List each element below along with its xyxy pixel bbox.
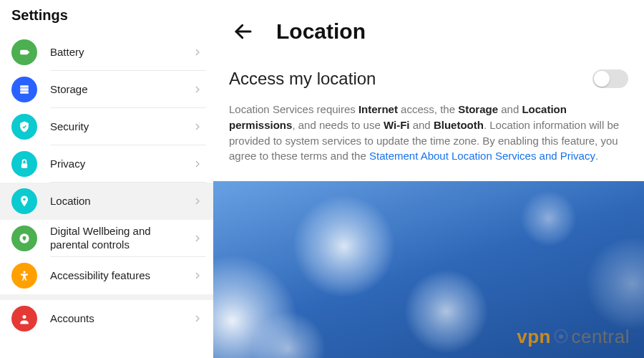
svg-rect-2 bbox=[20, 85, 29, 87]
sidebar-item-label: Privacy bbox=[37, 158, 192, 171]
battery-icon bbox=[11, 39, 37, 65]
page-header: Location bbox=[213, 0, 644, 53]
back-button[interactable] bbox=[229, 17, 258, 46]
sidebar-item-privacy[interactable]: Privacy bbox=[0, 145, 213, 183]
svg-point-9 bbox=[23, 315, 26, 319]
setting-title: Access my location bbox=[229, 69, 376, 89]
chevron-right-icon bbox=[192, 47, 203, 58]
arrow-left-icon bbox=[233, 21, 254, 42]
hero-image: vpn⦿central bbox=[213, 181, 644, 358]
sidebar-item-label: Battery bbox=[37, 46, 192, 59]
svg-point-16 bbox=[521, 190, 577, 246]
settings-sidebar: Settings Battery Storage bbox=[0, 0, 213, 358]
storage-icon bbox=[11, 77, 37, 102]
svg-rect-4 bbox=[20, 92, 29, 94]
sidebar-item-storage[interactable]: Storage bbox=[0, 71, 213, 108]
sidebar-item-label: Digital Wellbeing and parental controls bbox=[37, 225, 192, 252]
chevron-right-icon bbox=[192, 158, 203, 170]
svg-rect-0 bbox=[20, 50, 28, 55]
chevron-right-icon bbox=[192, 270, 203, 281]
accessibility-icon bbox=[11, 263, 37, 289]
svg-rect-5 bbox=[21, 163, 27, 168]
setting-block: Access my location Location Services req… bbox=[213, 53, 644, 181]
watermark-dot-icon: ⦿ bbox=[552, 328, 570, 347]
sidebar-item-security[interactable]: Security bbox=[0, 108, 213, 145]
sidebar-item-battery[interactable]: Battery bbox=[0, 34, 213, 71]
sidebar-item-label: Accessibility features bbox=[37, 269, 192, 283]
group-divider bbox=[0, 294, 213, 300]
watermark-logo: vpn⦿central bbox=[517, 326, 630, 348]
svg-point-14 bbox=[404, 270, 488, 354]
chevron-right-icon bbox=[192, 195, 203, 207]
toggle-knob bbox=[594, 71, 610, 87]
account-icon bbox=[11, 306, 37, 332]
sidebar-item-location[interactable]: Location bbox=[0, 183, 213, 220]
shield-icon bbox=[11, 114, 37, 140]
lock-icon bbox=[11, 151, 37, 177]
svg-rect-3 bbox=[20, 88, 29, 90]
sidebar-item-label: Location bbox=[37, 195, 192, 208]
setting-description: Location Services requires Internet acce… bbox=[229, 102, 628, 164]
wellbeing-icon bbox=[11, 226, 37, 251]
main-panel: Location Access my location Location Ser… bbox=[213, 0, 644, 358]
chevron-right-icon bbox=[192, 121, 203, 132]
sidebar-title: Settings bbox=[0, 0, 213, 34]
chevron-right-icon bbox=[192, 313, 203, 324]
chevron-right-icon bbox=[192, 84, 203, 95]
svg-point-8 bbox=[23, 271, 25, 273]
sidebar-item-accounts[interactable]: Accounts bbox=[0, 300, 213, 337]
access-location-toggle[interactable] bbox=[592, 69, 628, 88]
sidebar-item-label: Security bbox=[37, 120, 192, 134]
chevron-right-icon bbox=[192, 233, 203, 244]
privacy-statement-link[interactable]: Statement About Location Services and Pr… bbox=[369, 150, 595, 162]
location-pin-icon bbox=[11, 188, 37, 214]
sidebar-item-label: Storage bbox=[37, 83, 192, 97]
sidebar-list: Battery Storage Security bbox=[0, 34, 213, 358]
page-title: Location bbox=[276, 19, 366, 44]
access-location-row: Access my location bbox=[229, 69, 628, 89]
svg-point-13 bbox=[293, 195, 395, 298]
sidebar-item-label: Accounts bbox=[37, 312, 192, 326]
sidebar-item-digital-wellbeing[interactable]: Digital Wellbeing and parental controls bbox=[0, 220, 213, 257]
svg-rect-1 bbox=[28, 51, 29, 53]
svg-point-6 bbox=[23, 198, 26, 201]
sidebar-item-accessibility[interactable]: Accessibility features bbox=[0, 257, 213, 294]
